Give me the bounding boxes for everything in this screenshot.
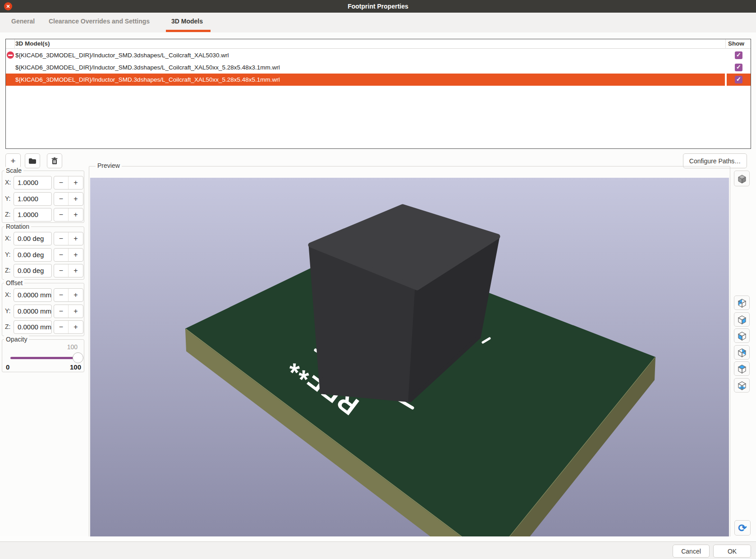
check-icon: ✓ [736,76,741,83]
dialog-footer: Cancel OK [0,541,756,559]
tab-3d-models[interactable]: 3D Models [171,13,203,30]
axis-label: Z: [5,211,10,218]
add-model-button[interactable]: + [5,153,21,168]
view-bottom-button[interactable] [734,378,750,393]
increment-button[interactable]: + [69,264,83,277]
rotation-group: Rotation X: 0.00 deg −+ Y: 0.00 deg −+ Z… [2,226,84,280]
tab-general[interactable]: General [11,13,35,30]
axis-label: Y: [5,195,10,202]
cancel-button[interactable]: Cancel [673,545,710,558]
opacity-value: 100 [67,343,78,351]
axis-label: X: [5,179,11,186]
3d-scene: REF** [90,178,729,536]
reload-model-button[interactable]: ⟳ [734,520,751,536]
increment-button[interactable]: + [69,193,83,205]
decrement-button[interactable]: − [54,321,69,333]
browse-folder-button[interactable] [25,153,40,168]
window-title: Footprint Properties [348,3,408,10]
view-front-icon [737,330,747,341]
decrement-button[interactable]: − [54,193,69,205]
view-left-button[interactable] [734,312,750,327]
rotation-y-row: Y: 0.00 deg −+ [2,248,84,262]
table-row[interactable]: ${KICAD6_3DMODEL_DIR}/Inductor_SMD.3dsha… [6,61,751,74]
decrement-button[interactable]: − [54,289,69,301]
isometric-view-button[interactable] [734,171,750,186]
scale-x-input[interactable]: 1.0000 [14,176,52,189]
view-top-icon [737,363,747,374]
refresh-icon: ⟳ [738,522,747,534]
opacity-slider-handle[interactable] [73,352,83,363]
footer-spacer [0,536,756,541]
preview-legend: Preview [96,162,122,169]
folder-icon [28,158,37,164]
model-path: ${KICAD6_3DMODEL_DIR}/Inductor_SMD.3dsha… [15,49,229,61]
scale-group: Scale X: 1.0000 −+ Y: 1.0000 −+ Z: 1.000… [2,171,84,223]
axis-label: X: [5,235,11,242]
show-checkbox[interactable]: ✓ [735,64,742,71]
ok-button[interactable]: OK [713,545,751,558]
increment-button[interactable]: + [69,249,83,261]
cancel-label: Cancel [681,548,701,555]
rotation-x-input[interactable]: 0.00 deg [14,232,52,245]
increment-button[interactable]: + [69,289,83,301]
check-icon: ✓ [736,64,741,70]
table-row-selected[interactable]: ${KICAD6_3DMODEL_DIR}/Inductor_SMD.3dsha… [6,74,751,86]
offset-z-input[interactable]: 0.0000 mm [14,320,52,334]
offset-legend: Offset [4,279,24,286]
view-right-button[interactable] [734,296,750,310]
missing-model-icon [7,51,14,59]
plus-icon: + [10,156,15,166]
axis-label: Z: [5,323,10,330]
model-path: ${KICAD6_3DMODEL_DIR}/Inductor_SMD.3dsha… [15,61,280,74]
view-front-button[interactable] [734,328,750,343]
view-right-icon [737,297,747,308]
scale-x-row: X: 1.0000 −+ [2,176,84,189]
ok-label: OK [728,548,737,555]
scale-legend: Scale [4,167,23,174]
model-path: ${KICAD6_3DMODEL_DIR}/Inductor_SMD.3dsha… [15,74,280,86]
decrement-button[interactable]: − [54,232,69,245]
tab-clearance-overrides[interactable]: Clearance Overrides and Settings [49,13,150,30]
offset-y-input[interactable]: 0.0000 mm [14,305,52,318]
show-checkbox[interactable]: ✓ [735,51,742,59]
decrement-button[interactable]: − [54,249,69,261]
column-divider [14,39,15,49]
offset-x-input[interactable]: 0.0000 mm [14,288,52,302]
increment-button[interactable]: + [69,176,83,189]
decrement-button[interactable]: − [54,264,69,277]
scale-y-row: Y: 1.0000 −+ [2,192,84,206]
3d-preview-canvas[interactable]: REF** [90,178,729,536]
opacity-min-label: 0 [6,363,9,371]
increment-button[interactable]: + [69,305,83,318]
column-divider [725,39,726,49]
decrement-button[interactable]: − [54,208,69,221]
decrement-button[interactable]: − [54,176,69,189]
offset-y-row: Y: 0.0000 mm −+ [2,305,84,318]
preview-group: Preview REF** [89,166,730,539]
active-tab-underline [166,30,211,32]
decrement-button[interactable]: − [54,305,69,318]
scale-z-input[interactable]: 1.0000 [14,208,52,222]
opacity-slider[interactable] [10,357,78,359]
axis-label: Z: [5,267,10,274]
view-back-button[interactable] [734,345,750,360]
rotation-z-row: Z: 0.00 deg −+ [2,264,84,277]
rotation-y-input[interactable]: 0.00 deg [14,248,52,262]
rotation-z-input[interactable]: 0.00 deg [14,264,52,277]
view-left-icon [737,314,747,325]
show-checkbox[interactable]: ✓ [735,76,742,83]
close-icon[interactable]: ✕ [4,2,12,10]
3d-models-table: 3D Model(s) Show ${KICAD6_3DMODEL_DIR}/I… [5,39,751,149]
opacity-group: Opacity 100 0 100 [2,339,84,372]
table-row[interactable]: ${KICAD6_3DMODEL_DIR}/Inductor_SMD.3dsha… [6,49,751,61]
titlebar: ✕ Footprint Properties [0,0,756,13]
scale-y-input[interactable]: 1.0000 [14,192,52,206]
opacity-max-label: 100 [70,363,81,371]
offset-group: Offset X: 0.0000 mm −+ Y: 0.0000 mm −+ Z… [2,283,84,336]
increment-button[interactable]: + [69,232,83,245]
trash-icon [51,157,58,165]
increment-button[interactable]: + [69,208,83,221]
delete-model-button[interactable] [47,153,62,168]
view-top-button[interactable] [734,361,750,376]
increment-button[interactable]: + [69,321,83,333]
